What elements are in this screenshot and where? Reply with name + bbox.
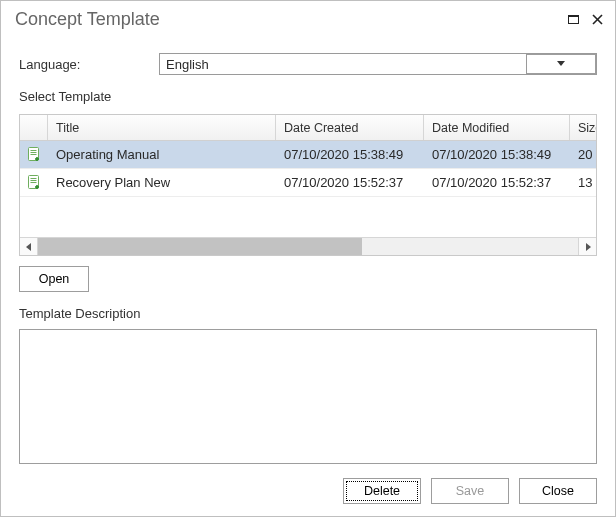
horizontal-scrollbar[interactable] (20, 237, 596, 255)
svg-marker-4 (557, 61, 565, 66)
grid-header: Title Date Created Date Modified Size (20, 115, 596, 141)
titlebar: Concept Template (1, 1, 615, 37)
maximize-icon (568, 15, 579, 24)
row-title-cell: Operating Manual (48, 147, 276, 162)
row-created-cell: 07/10/2020 15:38:49 (276, 147, 424, 162)
save-button[interactable]: Save (431, 478, 509, 504)
triangle-right-icon (585, 243, 591, 251)
scroll-right-button[interactable] (578, 238, 596, 255)
row-size-cell: 20 (570, 147, 596, 162)
open-button[interactable]: Open (19, 266, 89, 292)
row-icon-cell (20, 147, 48, 163)
scroll-thumb[interactable] (38, 238, 362, 255)
column-header-icon[interactable] (20, 115, 48, 140)
template-grid: Title Date Created Date Modified Size Op… (19, 114, 597, 256)
chevron-down-icon (557, 61, 565, 67)
row-modified-cell: 07/10/2020 15:38:49 (424, 147, 570, 162)
scroll-left-button[interactable] (20, 238, 38, 255)
select-template-label: Select Template (19, 89, 597, 104)
language-dropdown-button[interactable] (526, 54, 596, 74)
row-size-cell: 13 (570, 175, 596, 190)
dialog-footer: Delete Save Close (19, 478, 597, 504)
column-header-date-created[interactable]: Date Created (276, 115, 424, 140)
description-label: Template Description (19, 306, 597, 321)
language-row: Language: English (19, 53, 597, 75)
document-icon (27, 175, 41, 191)
row-modified-cell: 07/10/2020 15:52:37 (424, 175, 570, 190)
column-header-title[interactable]: Title (48, 115, 276, 140)
maximize-button[interactable] (563, 9, 583, 29)
column-header-size[interactable]: Size (570, 115, 596, 140)
column-header-date-modified[interactable]: Date Modified (424, 115, 570, 140)
description-textarea[interactable] (19, 329, 597, 464)
row-created-cell: 07/10/2020 15:52:37 (276, 175, 424, 190)
language-combo[interactable]: English (159, 53, 597, 75)
triangle-left-icon (26, 243, 32, 251)
close-button[interactable] (587, 9, 607, 29)
row-title-cell: Recovery Plan New (48, 175, 276, 190)
close-icon (592, 14, 603, 25)
language-label: Language: (19, 57, 159, 72)
scroll-track[interactable] (38, 238, 578, 255)
table-row[interactable]: Operating Manual07/10/2020 15:38:4907/10… (20, 141, 596, 169)
dialog-content: Language: English Select Template Title … (1, 37, 615, 516)
document-icon (27, 147, 41, 163)
svg-marker-18 (586, 243, 591, 251)
row-icon-cell (20, 175, 48, 191)
delete-button[interactable]: Delete (343, 478, 421, 504)
close-dialog-button[interactable]: Close (519, 478, 597, 504)
open-row: Open (19, 266, 597, 292)
svg-marker-17 (26, 243, 31, 251)
table-row[interactable]: Recovery Plan New07/10/2020 15:52:3707/1… (20, 169, 596, 197)
grid-body: Operating Manual07/10/2020 15:38:4907/10… (20, 141, 596, 237)
window-title: Concept Template (15, 9, 559, 30)
concept-template-dialog: Concept Template Language: English (0, 0, 616, 517)
language-value: English (160, 57, 526, 72)
